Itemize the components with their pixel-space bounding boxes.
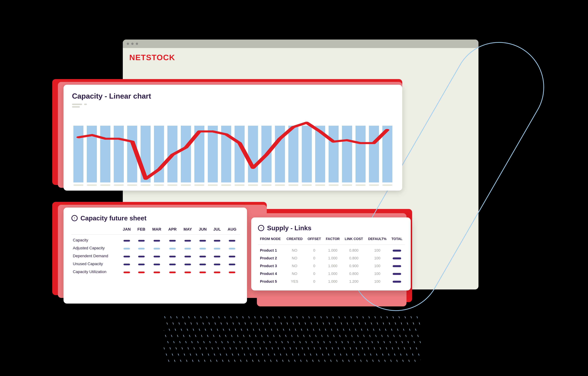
axis-tick — [100, 184, 110, 186]
cell-value: 0 — [305, 260, 323, 268]
cell-value: 1.200 — [342, 276, 366, 284]
column-header: TOTAL — [389, 237, 405, 245]
value-dash — [214, 240, 220, 242]
axis-tick — [369, 184, 379, 186]
row-label: Unused Capacity — [71, 258, 119, 266]
cell-value: 0.800 — [342, 245, 366, 253]
column-header: FROM NODE — [258, 237, 284, 245]
cell-value: 1.000 — [323, 260, 342, 268]
value-dash — [229, 256, 235, 258]
window-titlebar — [123, 40, 478, 48]
row-label: Capacity — [71, 235, 119, 243]
value-dash — [138, 248, 145, 249]
collapse-icon[interactable]: ↑ — [71, 215, 78, 221]
value-dash — [200, 248, 206, 249]
value-dash — [184, 248, 191, 249]
axis-tick — [127, 184, 137, 186]
total-dash — [393, 281, 401, 283]
total-dash — [393, 250, 401, 252]
cell-value: YES — [284, 276, 305, 284]
row-label: Adjusted Capacity — [71, 243, 119, 250]
axis-tick — [221, 184, 231, 186]
cell-value: 1.000 — [323, 268, 342, 276]
product-name: Product 2 — [258, 253, 284, 260]
month-header: JUN — [195, 227, 210, 235]
cell-value: 0.800 — [342, 268, 366, 276]
value-dash — [138, 264, 145, 265]
product-name: Product 3 — [258, 260, 284, 268]
product-name: Product 5 — [258, 276, 284, 284]
column-header: OFFSET — [305, 237, 323, 245]
value-dash — [169, 248, 176, 249]
axis-tick — [141, 184, 151, 186]
value-dash — [200, 256, 206, 258]
month-header: FEB — [134, 227, 149, 235]
value-dash — [184, 264, 191, 265]
table-row: Product 3NO01.0000.900100 — [258, 260, 405, 268]
window-dot-icon — [136, 43, 138, 45]
window-dot-icon — [131, 43, 134, 45]
value-dash — [138, 256, 145, 258]
column-header: FACTOR — [323, 237, 342, 245]
row-label: Dependent Demand — [71, 250, 119, 258]
chart-area — [72, 109, 394, 186]
value-dash — [200, 271, 206, 273]
brand-logo: NETSTOCK — [129, 53, 175, 62]
cell-value: NO — [284, 245, 305, 253]
total-dash — [393, 258, 401, 259]
cell-value: 100 — [366, 253, 389, 260]
month-header: JUL — [210, 227, 224, 235]
product-name: Product 1 — [258, 245, 284, 253]
value-dash — [169, 271, 176, 273]
value-dash — [229, 271, 235, 273]
value-dash — [184, 271, 191, 273]
axis-tick — [194, 184, 204, 186]
product-name: Product 4 — [258, 268, 284, 276]
table-row: Product 2NO01.0000.800100 — [258, 253, 405, 260]
value-dash — [154, 271, 160, 273]
axis-tick — [168, 184, 178, 186]
supply-links-table: FROM NODECREATEDOFFSETFACTORLINK COSTDEF… — [258, 237, 405, 284]
cell-value: 1.000 — [323, 253, 342, 260]
table-row: Product 4NO01.0000.800100 — [258, 268, 405, 276]
cell-value: 0 — [305, 268, 323, 276]
collapse-icon[interactable]: ↑ — [258, 225, 264, 231]
axis-tick — [302, 184, 312, 186]
value-dash — [214, 248, 220, 249]
chart-title: Capacity - Linear chart — [72, 92, 394, 100]
value-dash — [169, 264, 176, 265]
supply-title: Supply - Links — [267, 224, 311, 232]
cell-value: 0 — [305, 245, 323, 253]
cell-value: 100 — [366, 276, 389, 284]
cell-value: 0 — [305, 276, 323, 284]
cell-value: 0 — [305, 253, 323, 260]
total-dash — [393, 265, 401, 267]
value-dash — [200, 264, 206, 265]
value-dash — [154, 240, 160, 242]
table-row: Capacity Utilization — [71, 266, 240, 274]
value-dash — [154, 248, 160, 249]
axis-tick — [288, 184, 298, 186]
column-header: DEFAULT% — [366, 237, 389, 245]
axis-tick — [329, 184, 339, 186]
legend-placeholder — [72, 104, 394, 105]
value-dash — [138, 240, 145, 242]
total-dash — [393, 273, 401, 275]
axis-tick — [248, 184, 258, 186]
axis-tick — [235, 184, 245, 186]
value-dash — [138, 271, 145, 273]
cell-value: NO — [284, 268, 305, 276]
cell-value: 0.900 — [342, 260, 366, 268]
table-row: Capacity — [71, 235, 240, 243]
value-dash — [124, 271, 130, 273]
value-dash — [169, 256, 176, 258]
month-header: AUG — [224, 227, 240, 235]
value-dash — [184, 240, 191, 242]
capacity-future-sheet-card: ↑ Capacity future sheet JANFEBMARAPRMAYJ… — [63, 208, 247, 304]
table-row: Product 5YES01.0001.200100 — [258, 276, 405, 284]
axis-tick — [382, 184, 392, 186]
axis-tick — [208, 184, 218, 186]
value-dash — [124, 264, 130, 265]
cell-value: NO — [284, 253, 305, 260]
month-header: JAN — [119, 227, 134, 235]
